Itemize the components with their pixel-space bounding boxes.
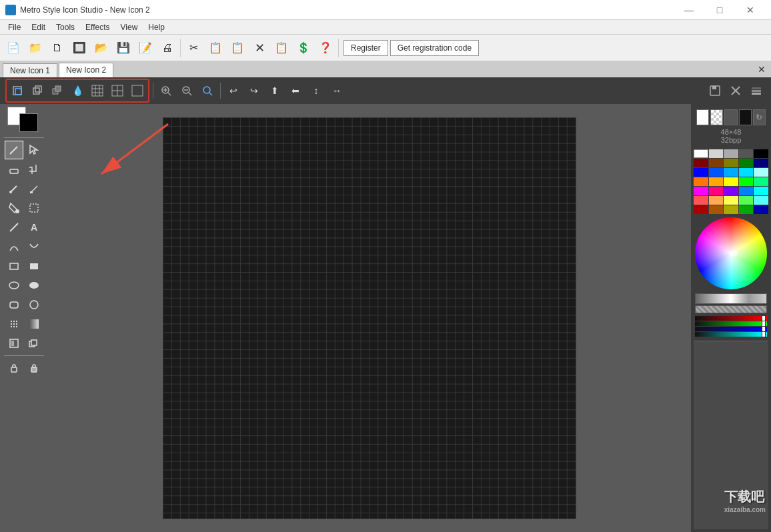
tool-pattern1[interactable] — [5, 315, 23, 333]
minimize-button[interactable]: — — [674, 0, 704, 20]
tab-bar-close-button[interactable]: ✕ — [752, 61, 771, 77]
tool-lock-bg[interactable] — [25, 359, 43, 377]
palette-violet[interactable] — [724, 187, 738, 195]
toolbar-print[interactable]: 🖨 — [157, 37, 178, 59]
tool-gradient[interactable] — [25, 315, 43, 333]
palette-yellow[interactable] — [724, 177, 738, 186]
palette-lyellow[interactable] — [724, 196, 738, 205]
palette-dblue[interactable] — [754, 159, 768, 167]
tool-ellipse-outline[interactable] — [5, 276, 23, 295]
palette-blue2[interactable] — [709, 168, 724, 177]
palette-cyan[interactable] — [754, 187, 768, 195]
palette-dgray[interactable] — [739, 149, 754, 158]
palette-green[interactable] — [739, 177, 754, 186]
toolbar-copy[interactable]: 📋 — [205, 37, 226, 59]
palette-magenta[interactable] — [694, 187, 708, 195]
maximize-button[interactable]: □ — [704, 0, 735, 20]
palette-mblue[interactable] — [754, 205, 768, 214]
get-registration-button[interactable]: Get registration code — [390, 40, 479, 56]
palette-mgreen[interactable] — [739, 205, 754, 214]
palette-lcyan2[interactable] — [754, 196, 768, 205]
menu-file[interactable]: File — [3, 21, 26, 33]
tool-fill[interactable] — [5, 199, 23, 217]
slider-a[interactable] — [695, 332, 767, 337]
tool-pencil[interactable] — [5, 141, 23, 159]
palette-mbrown[interactable] — [709, 205, 724, 214]
toolbar-new[interactable]: 📄 — [3, 37, 24, 59]
tool-move[interactable] — [5, 334, 23, 353]
preview-checker[interactable] — [710, 109, 723, 125]
view-3d-front[interactable] — [8, 81, 27, 100]
tab-new-icon-1[interactable]: New Icon 1 — [3, 63, 57, 77]
tool-rect-filled[interactable] — [25, 257, 43, 275]
rotate-right[interactable]: ↪ — [245, 81, 263, 100]
tool-clone[interactable] — [25, 334, 43, 353]
save-icon-btn[interactable] — [706, 81, 724, 100]
palette-black[interactable] — [754, 149, 768, 158]
tool-rect-select[interactable] — [25, 199, 43, 217]
palette-blue3[interactable] — [724, 168, 738, 177]
palette-mgray[interactable] — [724, 149, 738, 158]
tool-pen[interactable] — [25, 179, 43, 198]
toolbar-open2[interactable]: 🔲 — [69, 37, 90, 59]
view-3d-iso[interactable] — [28, 81, 47, 100]
view-grid-3[interactable] — [128, 81, 147, 100]
tool-text[interactable]: A — [25, 218, 43, 237]
toolbar-icon-new[interactable]: 🗋 — [47, 37, 68, 59]
palette-lred[interactable] — [694, 196, 708, 205]
pixel-canvas[interactable] — [163, 117, 576, 519]
view-3d-box[interactable] — [48, 81, 67, 100]
menu-view[interactable]: View — [115, 21, 143, 33]
view-water[interactable]: 💧 — [68, 81, 87, 100]
palette-white[interactable] — [694, 149, 708, 158]
palette-blue[interactable] — [694, 168, 708, 177]
palette-lgray[interactable] — [709, 149, 724, 158]
slider-r[interactable] — [695, 316, 767, 321]
register-button[interactable]: Register — [343, 40, 388, 56]
tool-eraser[interactable] — [5, 160, 23, 179]
zoom-in[interactable] — [157, 81, 175, 100]
flip-vertical[interactable]: ⬆ — [265, 81, 284, 100]
palette-lcyan[interactable] — [754, 168, 768, 177]
preview-white[interactable] — [696, 109, 709, 125]
close-button[interactable]: ✕ — [735, 0, 766, 20]
view-grid-2[interactable] — [108, 81, 127, 100]
palette-cyan2[interactable] — [739, 168, 754, 177]
zoom-out[interactable] — [177, 81, 196, 100]
layers-btn[interactable] — [747, 81, 766, 100]
toolbar-help[interactable]: ❓ — [315, 37, 336, 59]
palette-dolive[interactable] — [724, 159, 738, 167]
palette-mred[interactable] — [694, 205, 708, 214]
flip-horizontal[interactable]: ⬅ — [286, 81, 305, 100]
palette-dred[interactable] — [694, 159, 708, 167]
toolbar-edit[interactable]: 📝 — [135, 37, 156, 59]
menu-tools[interactable]: Tools — [51, 21, 80, 33]
toolbar-paste[interactable]: 📋 — [227, 37, 248, 59]
toolbar-cut[interactable]: ✂ — [183, 37, 204, 59]
tool-select[interactable] — [25, 141, 43, 159]
toolbar-save[interactable]: 💾 — [113, 37, 134, 59]
flip-both[interactable]: ↕ — [307, 81, 325, 100]
palette-dbrown[interactable] — [709, 159, 724, 167]
slider-b[interactable] — [695, 327, 767, 331]
preview-dark[interactable] — [724, 109, 737, 125]
palette-molive[interactable] — [724, 205, 738, 214]
flip-horiz2[interactable]: ↔ — [327, 81, 346, 100]
tool-line[interactable] — [5, 218, 23, 237]
tool-curve1[interactable] — [5, 237, 23, 256]
palette-orange[interactable] — [694, 177, 708, 186]
toolbar-open-file[interactable]: 📂 — [91, 37, 112, 59]
toolbar-delete[interactable]: ✕ — [249, 37, 270, 59]
palette-lorange[interactable] — [709, 196, 724, 205]
zoom-reset[interactable] — [198, 81, 217, 100]
rotate-left[interactable]: ↩ — [224, 81, 243, 100]
tool-rounded-rect[interactable] — [5, 295, 23, 314]
toolbar-open-folder[interactable]: 📁 — [25, 37, 46, 59]
tool-ellipse-filled[interactable] — [25, 276, 43, 295]
hatch-strip[interactable] — [695, 305, 767, 313]
tool-lock-fg[interactable] — [5, 359, 23, 377]
color-wheel[interactable] — [695, 217, 767, 289]
palette-pink[interactable] — [709, 187, 724, 195]
tool-circle[interactable] — [25, 295, 43, 314]
toolbar-export[interactable]: 📋 — [271, 37, 292, 59]
